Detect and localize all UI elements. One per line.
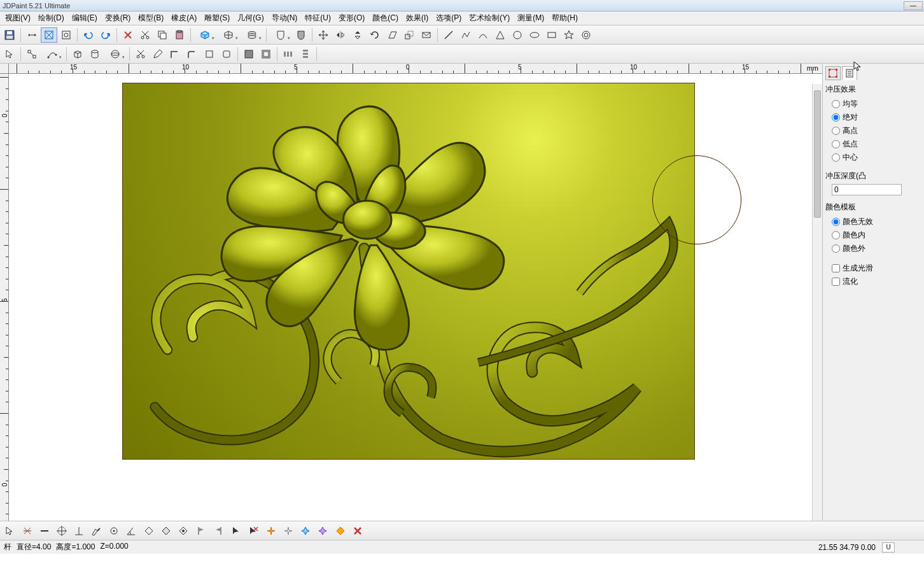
node-icon[interactable] [24,46,40,62]
bt-select-icon[interactable] [1,523,18,539]
minimize-button[interactable]: — [904,1,923,10]
stamp-opt-high[interactable]: 高点 [825,124,921,137]
coltpl-opt-inside[interactable]: 颜色内 [825,229,921,242]
menu-edit[interactable]: 编辑(E) [68,11,101,25]
mirror-h-icon[interactable] [332,27,349,43]
rectangle-icon[interactable] [543,27,560,43]
pen-icon[interactable] [150,46,166,62]
bt-diamond-orange-icon[interactable] [332,523,349,539]
menu-deform[interactable]: 变形(O) [335,11,368,25]
coltpl-opt-none[interactable]: 颜色无效 [825,215,921,229]
rrect-tool-icon[interactable] [218,46,235,62]
pointer-icon[interactable] [1,46,18,62]
save-icon[interactable] [1,27,18,43]
menu-option[interactable]: 选项(P) [432,11,465,25]
bt-close-red-icon[interactable] [349,523,366,539]
menu-help[interactable]: 帮助(H) [548,11,582,25]
bt-diamond3-icon[interactable] [175,523,192,539]
menu-draw[interactable]: 绘制(D) [34,11,68,25]
menu-art[interactable]: 艺术绘制(Y) [465,11,514,25]
panel-tab-1[interactable] [825,66,841,80]
paste-icon[interactable] [171,27,188,43]
bt-flag-right-icon[interactable] [210,523,227,539]
shield-outline-icon[interactable] [269,27,292,43]
stamp-opt-center[interactable]: 中心 [825,151,921,164]
shield-fill-icon[interactable] [293,27,309,43]
distribute-h-icon[interactable] [280,46,297,62]
menu-geometry[interactable]: 几何(G) [234,11,267,25]
menu-model[interactable]: 模型(B) [134,11,167,25]
bt-diamond1-icon[interactable] [141,523,157,539]
bt-arrow-icon[interactable] [228,523,244,539]
star-icon[interactable] [561,27,577,43]
menu-measure[interactable]: 测量(M) [514,11,548,25]
ellipse-icon[interactable] [526,27,543,43]
triangle-icon[interactable] [492,27,508,43]
copy-icon[interactable] [154,27,171,43]
bt-arrow-x-icon[interactable] [245,523,262,539]
bt-flag-left-icon[interactable] [193,523,209,539]
frame-icon[interactable] [258,46,274,62]
vertical-scrollbar[interactable] [812,84,822,521]
stamp-opt-uniform[interactable]: 均等 [825,97,921,111]
bt-angle-icon[interactable] [123,523,139,539]
panel-tab-2[interactable] [842,66,857,80]
scissors-icon[interactable] [132,46,149,62]
menu-eraser[interactable]: 橡皮(A) [167,11,200,25]
move-icon[interactable] [315,27,332,43]
ring-icon[interactable] [578,27,594,43]
corner1-icon[interactable] [167,46,183,62]
box3d-icon[interactable] [69,46,86,62]
view-3d-icon[interactable] [193,27,216,43]
delete-icon[interactable] [120,27,136,43]
snap-point-icon[interactable] [24,27,40,43]
menu-effect[interactable]: 效果(I) [402,11,432,25]
stamp-depth-input[interactable] [832,184,902,195]
shape3d-icon[interactable] [104,46,127,62]
skew-icon[interactable] [384,27,400,43]
circle-icon[interactable] [509,27,526,43]
menu-sculpt[interactable]: 雕塑(S) [200,11,234,25]
fill-icon[interactable] [241,46,257,62]
scale-icon[interactable] [401,27,417,43]
menu-guide[interactable]: 导动(N) [268,11,302,25]
bt-pick-icon[interactable] [88,523,104,539]
bt-perp-icon[interactable] [71,523,87,539]
cylinder-icon[interactable] [87,46,103,62]
bt-spark3-icon[interactable] [297,523,314,539]
canvas[interactable] [9,74,822,521]
bt-spark2-icon[interactable] [280,523,297,539]
rect-tool-icon[interactable] [201,46,218,62]
snap-object-icon[interactable] [58,27,74,43]
stamp-opt-absolute[interactable]: 绝对 [825,111,921,124]
flow-checkbox[interactable]: 流化 [825,275,921,288]
arc-icon[interactable] [475,27,491,43]
view-box-icon[interactable] [217,27,240,43]
scrollbar-thumb[interactable] [814,90,821,218]
polyline-icon[interactable] [458,27,474,43]
undo-icon[interactable] [80,27,97,43]
layer-icon[interactable] [241,27,263,43]
stamp-opt-low[interactable]: 低点 [825,137,921,151]
mirror-v-icon[interactable] [349,27,366,43]
cut-icon[interactable] [137,27,153,43]
coltpl-opt-outside[interactable]: 颜色外 [825,242,921,255]
bt-target-icon[interactable] [106,523,122,539]
menu-color[interactable]: 颜色(C) [368,11,402,25]
corner2-icon[interactable] [184,46,200,62]
snap-grid-icon[interactable] [41,27,57,43]
curve-edit-icon[interactable] [41,46,64,62]
distribute-v-icon[interactable] [297,46,314,62]
smooth-checkbox[interactable]: 生成光滑 [825,262,921,275]
menu-view[interactable]: 视图(V) [1,11,34,25]
bt-h-line-icon[interactable] [36,523,53,539]
redo-icon[interactable] [97,27,114,43]
bt-spark1-icon[interactable] [263,523,279,539]
menu-feature[interactable]: 特征(U) [301,11,335,25]
envelope-icon[interactable] [418,27,435,43]
bt-circle-target-icon[interactable] [53,523,70,539]
bt-cut-line-icon[interactable] [19,523,36,539]
bt-spark4-icon[interactable] [314,523,331,539]
status-u-button[interactable]: U [882,542,895,553]
rotate-icon[interactable] [367,27,383,43]
